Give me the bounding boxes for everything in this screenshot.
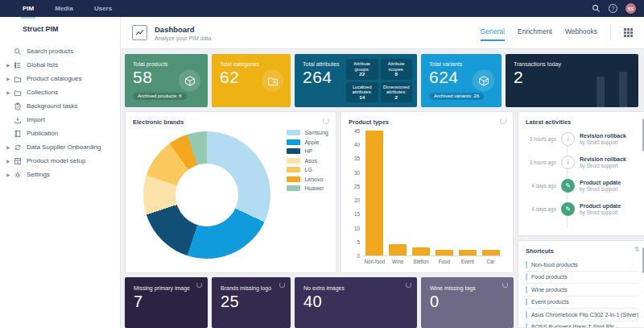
y-tick-label: 35 — [354, 156, 360, 161]
dashboard-icon — [132, 25, 147, 40]
page-subtitle: Analyze your PIM data — [155, 35, 211, 41]
sort-icon[interactable]: ⇅ — [634, 247, 640, 253]
expand-caret-icon: ▶ — [6, 62, 13, 68]
activity-by: by Struct support — [580, 163, 626, 168]
expand-caret-icon: ▶ — [6, 144, 13, 150]
sidebar-item-data-supplier-onboarding[interactable]: ▶Data Supplier Onboarding — [6, 140, 115, 154]
topnav-tab-pim[interactable]: PIM — [23, 0, 34, 17]
legend-item-hp: HP — [287, 148, 328, 154]
y-tick-label: 15 — [354, 211, 360, 217]
legend-swatch — [287, 130, 300, 135]
sidebar-item-product-model-setup[interactable]: ▶Product model setup — [6, 154, 115, 168]
sidebar-item-settings[interactable]: ▶Settings — [6, 168, 115, 181]
bottom-card-missing-primary-image[interactable]: Missing primary image7 — [125, 277, 208, 328]
bottom-card-brands-missing-logo[interactable]: Brands missing logo25 — [212, 277, 291, 328]
sidebar-item-label: Search products — [27, 48, 73, 55]
sidebar-item-label: Collections — [27, 89, 58, 96]
info-icon: i — [561, 156, 575, 169]
chart-legend: SamsungAppleHPAsusLGLenovoHuawei — [287, 130, 328, 191]
shortcut-label: BOSS Business Wear T-Shirt RN — [531, 324, 614, 328]
attribute-badges: Attribute groups:22Attribute scopes:8Loc… — [346, 59, 412, 102]
panel-title: Electronic brands — [133, 118, 328, 126]
sidebar-item-background-tasks[interactable]: Background tasks — [6, 99, 115, 113]
shortcut-wine-products[interactable]: Wine products — [526, 284, 638, 297]
book-icon — [13, 129, 22, 138]
page-title-block: Dashboard Analyze your PIM data — [155, 25, 211, 41]
search-icon[interactable] — [592, 4, 601, 13]
bar-car — [482, 250, 500, 255]
sync-icon — [13, 143, 22, 152]
legend-item-apple: Apple — [287, 139, 328, 145]
expand-caret-icon: ▶ — [6, 172, 13, 177]
x-tick-label: Non-food — [363, 259, 386, 264]
sidebar-item-collections[interactable]: ▶Collections — [6, 85, 115, 99]
bottom-card-wine-missing-tags[interactable]: Wine missing tags0 — [421, 277, 514, 328]
decor-bar — [597, 77, 605, 107]
activity-text: Product updateby Struct support — [580, 203, 621, 215]
refresh-icon[interactable] — [323, 118, 329, 124]
main-header: Dashboard Analyze your PIM data GeneralE… — [121, 17, 644, 49]
stat-label: Wine missing tags — [430, 285, 506, 291]
legend-swatch — [287, 185, 300, 191]
header-tabs: GeneralEnrichmentWebhooks — [481, 26, 633, 40]
stat-card-total-categories[interactable]: Total categories62 — [212, 54, 291, 107]
activity-time: 3 hours ago — [526, 136, 556, 142]
avatar[interactable]: SS — [625, 3, 636, 14]
legend-swatch — [287, 148, 300, 154]
tab-webhooks[interactable]: Webhooks — [565, 27, 597, 38]
sidebar-item-product-catalogues[interactable]: ▶Product catalogues — [6, 72, 115, 85]
stat-value: 7 — [134, 293, 200, 310]
sidebar-item-publication[interactable]: Publication — [6, 127, 115, 140]
shortcut-label: Asus Chromebook Flip C302 2-in-1 (Silver… — [531, 312, 638, 318]
sidebar-item-label: Import — [27, 116, 45, 123]
bar-chart: 051015202530354045 Non-foodWineSteltonFo… — [363, 131, 502, 266]
topnav-tab-media[interactable]: Media — [55, 0, 73, 17]
shortcut-food-products[interactable]: Food products — [526, 272, 638, 284]
sidebar-item-label: Settings — [27, 171, 50, 178]
bar-stelton — [412, 247, 430, 255]
legend-label: HP — [304, 148, 312, 154]
electronic-brands-panel: Electronic brands SamsungAppleHPAsusLGLe… — [125, 111, 336, 273]
header-divider — [610, 26, 611, 40]
stat-value: 25 — [221, 293, 283, 310]
tab-general[interactable]: General — [481, 27, 505, 38]
legend-item-asus: Asus — [287, 158, 328, 164]
apps-grid-icon[interactable] — [624, 28, 633, 37]
legend-swatch — [287, 139, 300, 145]
app: PIMMediaUsers ? SS Struct PIM Search pro… — [0, 0, 644, 328]
shortcut-non-food-products[interactable]: Non-food products — [526, 259, 638, 272]
bottom-card-no-extra-images[interactable]: No extra images40 — [295, 277, 417, 328]
tab-enrichment[interactable]: Enrichment — [518, 27, 552, 38]
stat-card-total-variants[interactable]: Total variants624Archived variants: 26 — [421, 54, 502, 107]
help-icon[interactable]: ? — [609, 4, 617, 13]
activity-text: Revision rollbackby Struct support — [580, 156, 626, 168]
sidebar-item-import[interactable]: Import — [6, 113, 115, 127]
x-tick-label: Event — [456, 259, 479, 264]
shortcut-asus-chromebook-flip-c302-2-in[interactable]: Asus Chromebook Flip C302 2-in-1 (Silver… — [526, 309, 638, 322]
sidebar-item-global-lists[interactable]: ▶Global lists — [6, 58, 115, 72]
activity-item: 4 days ago✎Product updateby Struct suppo… — [526, 179, 638, 193]
shortcut-boss-business-wear-t-shirt-rn[interactable]: BOSS Business Wear T-Shirt RN — [526, 322, 638, 328]
shortcut-event-products[interactable]: Event products — [526, 297, 638, 309]
stat-card-transactions-today[interactable]: Transactions today2 — [506, 54, 638, 107]
activity-time: 4 days ago — [526, 206, 556, 212]
activity-time: 4 days ago — [526, 183, 556, 189]
sidebar-item-label: Global lists — [27, 61, 58, 69]
sidebar-menu: Search products▶Global lists▶Product cat… — [6, 44, 115, 181]
cube-icon — [179, 70, 200, 92]
y-tick-label: 0 — [357, 253, 360, 259]
refresh-icon[interactable] — [500, 118, 506, 124]
legend-item-huawei: Huawei — [287, 185, 328, 191]
stat-sub-badge: Archived products: 6 — [133, 93, 187, 100]
bar-food — [436, 250, 453, 255]
expand-caret-icon: ▶ — [6, 158, 13, 164]
x-tick-label: Stelton — [410, 259, 433, 264]
stat-value: 40 — [303, 293, 409, 310]
stat-card-total-products[interactable]: Total products58Archived products: 6 — [125, 54, 208, 107]
topnav-tab-users[interactable]: Users — [94, 0, 112, 17]
y-tick-label: 45 — [354, 128, 360, 134]
stat-value: 2 — [514, 69, 631, 86]
stat-card-total-attributes[interactable]: Total attributes264Attribute groups:22At… — [295, 54, 417, 107]
sidebar-item-search-products[interactable]: Search products — [6, 44, 115, 58]
gear-icon — [13, 170, 22, 179]
